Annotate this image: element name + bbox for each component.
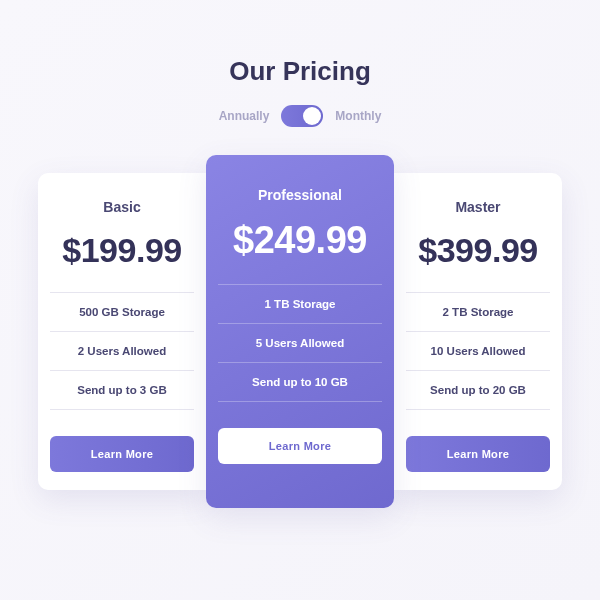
billing-toggle[interactable] xyxy=(281,105,323,127)
tier-card-professional: Professional $249.99 1 TB Storage 5 User… xyxy=(206,155,394,508)
divider xyxy=(218,323,382,324)
tier-name: Master xyxy=(455,199,500,215)
tier-price: $399.99 xyxy=(418,231,537,270)
tier-card-basic: Basic $199.99 500 GB Storage 2 Users All… xyxy=(38,173,206,490)
tier-feature: 10 Users Allowed xyxy=(431,342,526,360)
divider xyxy=(406,370,550,371)
tier-feature: 5 Users Allowed xyxy=(256,334,344,352)
tier-feature: Send up to 10 GB xyxy=(252,373,348,391)
tier-feature: 500 GB Storage xyxy=(79,303,165,321)
tier-price: $199.99 xyxy=(62,231,181,270)
divider xyxy=(406,409,550,410)
divider xyxy=(50,331,194,332)
tier-price: $249.99 xyxy=(233,219,367,262)
tier-name: Professional xyxy=(258,187,342,203)
learn-more-button[interactable]: Learn More xyxy=(50,436,194,472)
tier-feature: Send up to 20 GB xyxy=(430,381,526,399)
billing-toggle-row: Annually Monthly xyxy=(219,105,382,127)
divider xyxy=(218,401,382,402)
divider xyxy=(218,362,382,363)
divider xyxy=(50,370,194,371)
tier-name: Basic xyxy=(103,199,140,215)
tier-feature: 1 TB Storage xyxy=(265,295,336,313)
divider xyxy=(218,284,382,285)
divider xyxy=(406,331,550,332)
tier-feature: Send up to 3 GB xyxy=(77,381,166,399)
tier-feature: 2 Users Allowed xyxy=(78,342,166,360)
toggle-label-monthly: Monthly xyxy=(335,109,381,123)
toggle-label-annually: Annually xyxy=(219,109,270,123)
divider xyxy=(406,292,550,293)
pricing-section: Our Pricing Annually Monthly Basic $199.… xyxy=(0,0,600,508)
pricing-cards: Basic $199.99 500 GB Storage 2 Users All… xyxy=(38,155,562,508)
page-title: Our Pricing xyxy=(229,56,371,87)
learn-more-button[interactable]: Learn More xyxy=(218,428,382,464)
divider xyxy=(50,409,194,410)
tier-feature: 2 TB Storage xyxy=(443,303,514,321)
learn-more-button[interactable]: Learn More xyxy=(406,436,550,472)
divider xyxy=(50,292,194,293)
toggle-knob-icon xyxy=(303,107,321,125)
tier-card-master: Master $399.99 2 TB Storage 10 Users All… xyxy=(394,173,562,490)
